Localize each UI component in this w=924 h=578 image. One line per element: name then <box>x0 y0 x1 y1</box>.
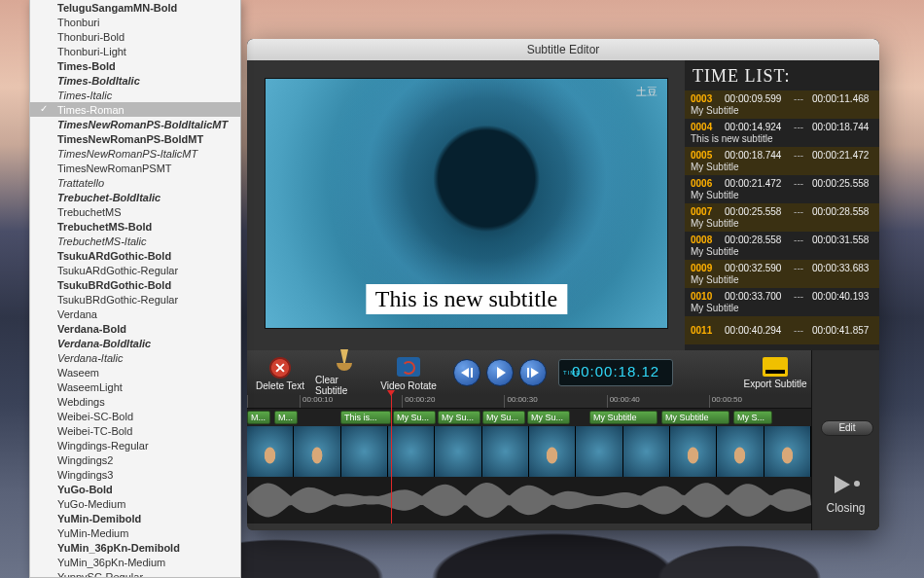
time-list-row[interactable]: 000900:00:32.590---00:00:33.683My Subtit… <box>685 260 879 288</box>
time-list-row[interactable]: 000600:00:21.472---00:00:25.558My Subtit… <box>685 175 879 203</box>
subtitle-clip[interactable]: My Su... <box>527 411 570 424</box>
subtitle-editor-window: Subtitle Editor 土豆 This is new subtitle … <box>247 39 879 530</box>
time-list-row[interactable]: 000500:00:18.744---00:00:21.472My Subtit… <box>685 147 879 175</box>
time-list-index: 0004 <box>691 122 717 132</box>
subtitle-clip[interactable]: M... <box>247 411 270 424</box>
font-menu-item[interactable]: TsukuBRdGothic-Regular <box>30 292 240 307</box>
subtitle-clip[interactable]: My Subtitle <box>589 411 657 424</box>
font-menu-item[interactable]: TrebuchetMS-Bold <box>30 219 240 234</box>
video-thumbnail[interactable] <box>388 426 435 477</box>
time-list-row[interactable]: 001000:00:33.700---00:00:40.193My Subtit… <box>685 288 879 316</box>
subtitle-clip[interactable]: My Subtitle <box>661 411 729 424</box>
video-thumbnail[interactable] <box>576 426 622 477</box>
font-menu-item[interactable]: YuMin-Medium <box>30 525 240 540</box>
font-menu-item[interactable]: Verdana <box>30 307 240 321</box>
export-subtitle-button[interactable]: Export Subtitle <box>741 357 809 389</box>
video-thumbnail[interactable] <box>764 426 811 477</box>
subtitle-clip[interactable]: My Su... <box>482 411 525 424</box>
video-thumbnail[interactable] <box>529 426 576 477</box>
timecode-value: 00:00:18.12 <box>572 363 659 379</box>
video-thumbnail[interactable] <box>482 426 529 477</box>
font-menu-item[interactable]: TeluguSangamMN-Bold <box>30 0 240 15</box>
next-button[interactable] <box>519 359 547 386</box>
font-menu-item[interactable]: TsukuARdGothic-Bold <box>30 248 240 263</box>
delete-icon <box>269 357 291 379</box>
time-list-row[interactable]: 001100:00:40.294---00:00:41.857 <box>685 316 879 344</box>
thumbnail-strip[interactable] <box>247 426 811 477</box>
font-menu-item[interactable]: Thonburi <box>30 15 240 29</box>
subtitle-clip[interactable]: M... <box>274 411 298 424</box>
time-list-index: 0009 <box>691 263 717 273</box>
timeline-ruler[interactable]: 00:00:1000:00:2000:00:3000:00:4000:00:50 <box>247 395 811 409</box>
video-thumbnail[interactable] <box>623 426 670 477</box>
font-menu-item[interactable]: Trebuchet-BoldItalic <box>30 190 240 204</box>
font-menu-item[interactable]: Waseem <box>30 365 240 379</box>
font-menu-item[interactable]: Times-BoldItalic <box>30 73 240 88</box>
font-menu-item[interactable]: YuMin_36pKn-Medium <box>30 555 240 569</box>
edit-button[interactable]: Edit <box>821 420 873 436</box>
font-menu-item[interactable]: WaseemLight <box>30 379 240 394</box>
play-button[interactable] <box>486 359 514 386</box>
clear-subtitle-button[interactable]: Clear Subtitle <box>315 349 373 396</box>
subtitle-clip[interactable]: My Su... <box>393 411 436 424</box>
font-menu-item[interactable]: YuGo-Bold <box>30 482 240 496</box>
subtitle-clip[interactable]: My S... <box>733 411 772 424</box>
font-menu-item[interactable]: TimesNewRomanPS-BoldItalicMT <box>30 117 240 131</box>
font-menu-item[interactable]: Verdana-BoldItalic <box>30 336 240 350</box>
font-menu-item[interactable]: Times-Bold <box>30 58 240 73</box>
previous-button[interactable] <box>453 359 480 386</box>
font-menu-item[interactable]: Thonburi-Light <box>30 44 240 58</box>
video-preview[interactable]: 土豆 This is new subtitle <box>265 78 668 329</box>
font-menu-item[interactable]: TimesNewRomanPS-ItalicMT <box>30 146 240 161</box>
font-menu-item[interactable]: Verdana-Bold <box>30 321 240 336</box>
delete-text-button[interactable]: Delete Text <box>251 355 309 391</box>
ruler-tick: 00:00:10 <box>300 395 402 408</box>
font-menu-item[interactable]: YuMin_36pKn-Demibold <box>30 540 240 555</box>
font-menu-item[interactable]: Wingdings2 <box>30 452 240 467</box>
time-list-start: 00:00:33.700 <box>725 291 786 302</box>
time-list-row[interactable]: 000400:00:14.924---00:00:18.744This is n… <box>685 119 879 147</box>
subtitle-clip[interactable]: My Su... <box>438 411 480 424</box>
video-watermark: 土豆 <box>636 85 657 99</box>
font-menu-item[interactable]: TsukuBRdGothic-Bold <box>30 277 240 292</box>
video-thumbnail[interactable] <box>435 426 481 477</box>
font-menu-item[interactable]: Wingdings3 <box>30 467 240 482</box>
video-thumbnail[interactable] <box>341 426 388 477</box>
time-list-row[interactable]: 000800:00:28.558---00:00:31.558My Subtit… <box>685 232 879 260</box>
font-menu-item[interactable]: TrebuchetMS-Italic <box>30 234 240 248</box>
video-thumbnail[interactable] <box>247 426 294 477</box>
video-thumbnail[interactable] <box>294 426 340 477</box>
font-menu-item[interactable]: Weibei-SC-Bold <box>30 409 240 423</box>
font-menu-item[interactable]: YuGo-Medium <box>30 496 240 511</box>
font-menu-item[interactable]: YuppySC-Regular <box>30 569 240 578</box>
font-menu-item[interactable]: Wingdings-Regular <box>30 438 240 452</box>
font-menu-item[interactable]: TimesNewRomanPSMT <box>30 161 240 175</box>
playhead[interactable] <box>391 395 392 524</box>
font-dropdown-menu[interactable]: TeluguSangamMN-BoldThonburiThonburi-Bold… <box>29 0 241 578</box>
time-list-start: 00:00:21.472 <box>725 178 786 189</box>
video-thumbnail[interactable] <box>717 426 764 477</box>
font-menu-item[interactable]: TrebuchetMS <box>30 204 240 219</box>
font-menu-item[interactable]: YuMin-Demibold <box>30 511 240 525</box>
font-menu-item[interactable]: Times-Roman <box>30 102 240 117</box>
font-menu-item[interactable]: Times-Italic <box>30 88 240 102</box>
subtitle-track[interactable]: M...M...This is...My Su...My Su...My Su.… <box>247 409 811 426</box>
time-list-start: 00:00:18.744 <box>725 150 786 161</box>
font-menu-item[interactable]: Verdana-Italic <box>30 350 240 365</box>
font-menu-item[interactable]: Weibei-TC-Bold <box>30 423 240 438</box>
font-menu-item[interactable]: TimesNewRomanPS-BoldMT <box>30 131 240 146</box>
font-menu-item[interactable]: TsukuARdGothic-Regular <box>30 263 240 277</box>
timecode-display: TIME 00:00:18.12 <box>558 359 673 386</box>
font-menu-item[interactable]: Webdings <box>30 394 240 409</box>
font-menu-item[interactable]: Trattatello <box>30 175 240 190</box>
font-menu-item[interactable]: Thonburi-Bold <box>30 29 240 44</box>
window-titlebar[interactable]: Subtitle Editor <box>247 39 879 60</box>
subtitle-clip[interactable]: This is... <box>340 411 391 424</box>
time-list-row[interactable]: 000700:00:25.558---00:00:28.558My Subtit… <box>685 203 879 232</box>
closing-button[interactable]: Closing <box>812 474 879 515</box>
time-list-row[interactable]: 000300:00:09.599---00:00:11.468My Subtit… <box>685 90 879 119</box>
video-thumbnail[interactable] <box>670 426 717 477</box>
time-list-subtitle-text: My Subtitle <box>691 162 873 172</box>
video-rotate-button[interactable]: Video Rotate <box>379 355 438 391</box>
waveform-track[interactable] <box>247 477 811 524</box>
